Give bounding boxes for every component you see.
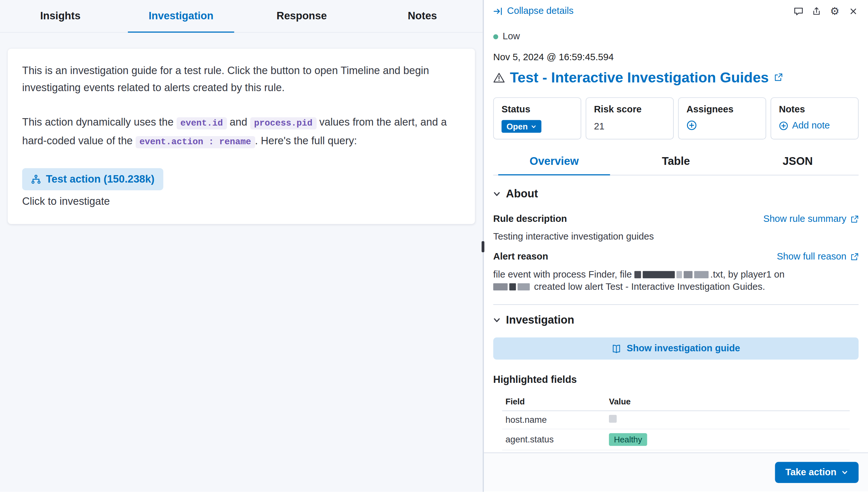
status-value: Open — [507, 122, 528, 131]
sitemap-icon — [31, 174, 41, 184]
left-preview-panel: Insights Investigation Response Notes Th… — [0, 0, 483, 492]
show-full-reason-label: Show full reason — [777, 251, 846, 262]
chevron-down-icon — [493, 190, 500, 197]
severity-row: Low — [493, 31, 859, 42]
redacted-block — [509, 284, 516, 290]
close-icon[interactable] — [847, 5, 858, 17]
severity-dot-icon — [493, 34, 498, 39]
risk-score-card: Risk score 21 — [586, 97, 674, 140]
click-to-investigate-caption: Click to investigate — [22, 195, 461, 207]
redacted-block — [634, 271, 641, 278]
redacted-block — [677, 271, 682, 278]
agent-status-badge: Healthy — [609, 433, 647, 446]
collapse-details-button[interactable]: Collapse details — [493, 5, 573, 17]
alert-reason-label: Alert reason — [493, 251, 548, 262]
flyout-footer: Take action — [484, 452, 868, 491]
status-open-dropdown[interactable]: Open — [502, 120, 542, 133]
tab-investigation[interactable]: Investigation — [121, 0, 242, 32]
guide-paragraph-2: This action dynamically uses the event.i… — [22, 113, 461, 151]
redacted-block — [493, 284, 508, 290]
screen: Insights Investigation Response Notes Th… — [0, 0, 868, 492]
test-action-label: Test action (150.238k) — [46, 173, 155, 186]
notes-label: Notes — [779, 104, 850, 115]
show-full-reason-link[interactable]: Show full reason — [777, 251, 859, 262]
collapse-arrow-icon — [493, 6, 502, 16]
redacted-block — [609, 415, 617, 423]
summary-cards-row: Status Open Risk score 21 Assigne — [493, 97, 859, 140]
panel-divider — [483, 0, 484, 492]
field-host-name: host.name — [506, 415, 609, 425]
tab-response[interactable]: Response — [241, 0, 362, 32]
alert-reason-row: Alert reason Show full reason — [493, 251, 859, 262]
rule-description-text: Testing interactive investigation guides — [493, 231, 859, 242]
about-heading: About — [506, 188, 538, 200]
risk-score-label: Risk score — [594, 104, 666, 115]
investigation-accordion-toggle[interactable]: Investigation — [493, 314, 859, 326]
alert-title-row: Test - Interactive Investigation Guides — [493, 69, 859, 86]
alert-details-flyout: Insights Investigation Response Notes Th… — [0, 0, 868, 492]
guide-paragraph-1: This is an investigation guide for a tes… — [22, 62, 461, 96]
tab-json[interactable]: JSON — [737, 149, 859, 175]
book-icon — [612, 344, 621, 353]
alert-reason-text: file event with process Finder, file .tx… — [493, 269, 859, 293]
tab-notes[interactable]: Notes — [362, 0, 483, 32]
redacted-block — [643, 271, 675, 278]
status-label: Status — [502, 104, 573, 115]
show-investigation-guide-button[interactable]: Show investigation guide — [493, 338, 859, 360]
header-actions: ⚙ — [793, 5, 858, 17]
chevron-down-icon — [531, 124, 537, 129]
add-assignee-button[interactable] — [686, 120, 697, 131]
flyout-body: Low Nov 5, 2024 @ 16:59:45.594 Test - In… — [484, 22, 868, 453]
assignees-card: Assignees — [678, 97, 766, 140]
alert-title-link[interactable]: Test - Interactive Investigation Guides — [510, 69, 769, 86]
flyout-header: Collapse details ⚙ — [484, 0, 868, 22]
add-note-button[interactable]: Add note — [779, 120, 830, 131]
redacted-block — [684, 271, 693, 278]
show-rule-summary-label: Show rule summary — [763, 214, 846, 224]
tab-insights[interactable]: Insights — [0, 0, 121, 32]
section-divider — [493, 304, 859, 305]
panel-resize-handle[interactable] — [482, 241, 485, 252]
chevron-down-icon — [842, 469, 848, 475]
take-action-label: Take action — [785, 467, 837, 477]
code-process-pid: process.pid — [250, 117, 316, 129]
popout-icon — [850, 215, 859, 223]
alert-details-right-panel: Collapse details ⚙ — [484, 0, 868, 492]
external-link-icon[interactable] — [774, 73, 782, 82]
about-accordion-toggle[interactable]: About — [493, 188, 859, 200]
highlighted-fields-table: Field Value host.name agent.status Healt… — [502, 392, 850, 450]
redacted-block — [694, 271, 709, 278]
alert-timestamp: Nov 5, 2024 @ 16:59:45.594 — [493, 52, 859, 63]
code-event-id: event.id — [177, 117, 227, 129]
risk-score-value: 21 — [594, 121, 666, 132]
redacted-block — [517, 284, 530, 290]
plus-circle-icon — [779, 121, 788, 130]
gear-icon[interactable]: ⚙ — [829, 5, 840, 17]
add-note-label: Add note — [792, 120, 830, 131]
warning-icon — [493, 72, 505, 83]
comment-icon[interactable] — [793, 5, 803, 17]
notes-card: Notes Add note — [771, 97, 859, 140]
assignees-label: Assignees — [686, 104, 758, 115]
field-agent-status: agent.status — [506, 435, 609, 445]
collapse-details-label: Collapse details — [507, 5, 573, 17]
left-tab-bar: Insights Investigation Response Notes — [0, 0, 483, 32]
tab-table[interactable]: Table — [615, 149, 737, 175]
code-event-action-rename: event.action : rename — [136, 136, 255, 148]
rule-description-row: Rule description Show rule summary — [493, 214, 859, 224]
severity-label: Low — [502, 31, 520, 42]
column-header-value: Value — [609, 397, 846, 406]
show-investigation-guide-label: Show investigation guide — [627, 343, 740, 354]
highlighted-fields-heading: Highlighted fields — [493, 374, 859, 386]
tab-overview[interactable]: Overview — [493, 149, 615, 175]
plus-circle-icon — [686, 120, 697, 131]
popout-icon — [850, 252, 859, 261]
share-icon[interactable] — [811, 5, 822, 17]
table-row: host.name — [502, 411, 850, 429]
test-action-button[interactable]: Test action (150.238k) — [22, 168, 163, 190]
rule-description-label: Rule description — [493, 214, 567, 224]
take-action-button[interactable]: Take action — [775, 462, 859, 483]
show-rule-summary-link[interactable]: Show rule summary — [763, 214, 859, 224]
chevron-down-icon — [493, 317, 500, 324]
investigation-guide-card: This is an investigation guide for a tes… — [8, 49, 475, 224]
